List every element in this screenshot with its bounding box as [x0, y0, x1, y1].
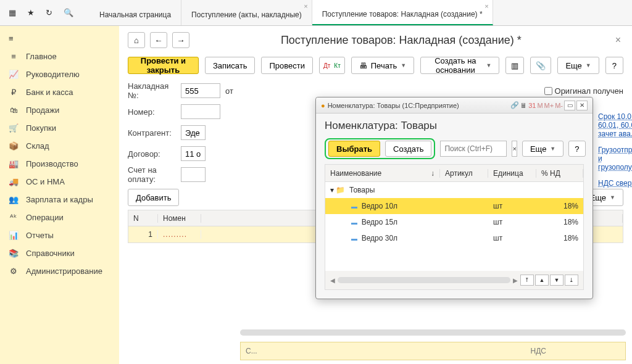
expand-icon[interactable]: ▾ — [330, 186, 334, 194]
post-button[interactable]: Провести — [261, 57, 313, 74]
search-icon[interactable]: 🔍 — [64, 8, 73, 17]
sidebar-item-reports[interactable]: 📊Отчеты — [0, 226, 119, 244]
sidebar-item-production[interactable]: 🏭Производство — [0, 155, 119, 173]
history-icon[interactable]: ↻ — [46, 8, 52, 17]
contractor-field[interactable] — [181, 125, 206, 140]
col-name[interactable]: Наименование↓ — [325, 169, 440, 178]
close-icon[interactable]: × — [304, 2, 307, 10]
help-button[interactable]: ? — [605, 57, 623, 74]
close-icon[interactable]: × — [613, 35, 623, 46]
cell-name: Ведро 30л — [362, 234, 397, 242]
original-received-checkbox[interactable]: Оригинал получен — [544, 86, 623, 96]
forward-button[interactable]: → — [172, 32, 189, 48]
add-button[interactable]: Добавить — [128, 189, 179, 206]
item-icon: ▬ — [351, 219, 357, 226]
window-title: Номенклатура: Товары (1С:Предприятие) — [328, 102, 459, 109]
col-n[interactable]: N — [128, 214, 158, 223]
more-button[interactable]: Еще▼ — [557, 57, 599, 74]
account-field[interactable] — [181, 167, 206, 182]
sidebar-item-bank[interactable]: ₽Банк и касса — [0, 83, 119, 101]
attach-button[interactable]: 📎 — [530, 57, 551, 74]
search-input[interactable] — [440, 141, 507, 157]
tab-home[interactable]: Начальная страница — [89, 0, 181, 25]
memory-mminus[interactable]: M- — [555, 102, 563, 109]
dialog-help-button[interactable]: ? — [568, 141, 585, 157]
sidebar-item-admin[interactable]: ⚙Администрирование — [0, 262, 119, 280]
col-vat[interactable]: % НД — [536, 169, 583, 178]
gear-icon: ⚙ — [9, 267, 19, 276]
folder-label: Товары — [349, 186, 375, 194]
sidebar-item-purchases[interactable]: 🛒Покупки — [0, 119, 119, 137]
folder-row[interactable]: ▾ 📁 Товары — [325, 182, 583, 198]
tab-label: Поступление товаров: Накладная (создание… — [322, 10, 483, 19]
highlight-frame: Выбрать Создать — [325, 138, 435, 159]
minimize-button[interactable]: ▭ — [564, 101, 575, 110]
term-link[interactable]: Срок 10.01.2017, 60.01, 60.02, зачет ава… — [598, 112, 632, 138]
close-button[interactable]: ✕ — [576, 101, 588, 110]
chart-icon: 📈 — [9, 70, 19, 79]
home-button[interactable]: ⌂ — [128, 32, 145, 48]
sidebar-item-warehouse[interactable]: 📦Склад — [0, 137, 119, 155]
nav-down-button[interactable]: ▼ — [550, 275, 563, 286]
memory-m[interactable]: M — [537, 102, 543, 109]
create-button[interactable]: Создать — [385, 141, 431, 157]
page-title: Поступление товаров: Накладная (создание… — [194, 34, 608, 47]
chevron-down-icon: ▼ — [586, 62, 591, 68]
invoice-number-field[interactable] — [181, 83, 220, 98]
nav-last-button[interactable]: ⤓ — [565, 275, 578, 286]
col-nomen[interactable]: Номен — [158, 214, 201, 223]
btn-label: Еще — [565, 61, 581, 70]
print-button[interactable]: 🖶Печать▼ — [351, 57, 415, 74]
cell-name: Ведро 10л — [362, 202, 397, 210]
sidebar-item-operations[interactable]: ᴬᵏОперации — [0, 209, 119, 226]
horizontal-scrollbar[interactable] — [338, 277, 510, 283]
write-button[interactable]: Записать — [205, 57, 256, 74]
nav-first-button[interactable]: ⤒ — [520, 275, 534, 286]
calendar-icon[interactable]: 31 — [528, 102, 536, 109]
item-row[interactable]: ▬ Ведро 15л шт 18% — [325, 214, 583, 230]
menu-toggle-icon[interactable]: ≡ — [0, 30, 119, 48]
sidebar-item-payroll[interactable]: 👥Зарплата и кадры — [0, 191, 119, 209]
col-article[interactable]: Артикул — [440, 169, 488, 178]
report-button[interactable]: ▥ — [505, 57, 524, 74]
sidebar-item-main[interactable]: ≡Главное — [0, 48, 119, 65]
vat-link[interactable]: НДС сверху — [598, 179, 632, 188]
number-field[interactable] — [181, 104, 220, 119]
col-unit[interactable]: Единица — [488, 169, 536, 178]
calc-icon[interactable]: 🖩 — [520, 102, 527, 109]
star-icon[interactable]: ★ — [27, 8, 35, 17]
sidebar-item-manager[interactable]: 📈Руководителю — [0, 65, 119, 83]
sidebar-item-label: Руководителю — [26, 70, 80, 79]
dt-kt-button[interactable]: ДтКт — [319, 57, 345, 74]
horizontal-scrollbar[interactable] — [240, 328, 626, 337]
dialog-more-button[interactable]: Еще▼ — [522, 141, 563, 157]
link-icon[interactable]: 🔗 — [510, 101, 519, 109]
sidebar-item-catalogs[interactable]: 📚Справочники — [0, 244, 119, 262]
sidebar-item-sales[interactable]: 🛍Продажи — [0, 101, 119, 119]
apps-icon[interactable]: ▦ — [9, 8, 16, 17]
account-label: Счет на оплату: — [128, 165, 181, 184]
chevron-down-icon: ▼ — [550, 146, 555, 152]
shipper-link[interactable]: Грузоотправитель и грузополучатель — [598, 146, 632, 172]
back-button[interactable]: ← — [150, 32, 167, 48]
cell-vat: 18% — [536, 202, 583, 210]
printer-icon: 🖶 — [359, 61, 367, 70]
close-icon[interactable]: × — [484, 2, 488, 10]
nav-up-button[interactable]: ▲ — [535, 275, 549, 286]
tab-receipts[interactable]: Поступление (акты, накладные)× — [181, 0, 312, 25]
clear-search-button[interactable]: × — [512, 141, 517, 157]
scroll-right-icon[interactable]: ▶ — [513, 277, 518, 284]
memory-mplus[interactable]: M+ — [544, 102, 554, 109]
sidebar-item-assets[interactable]: 🚚ОС и НМА — [0, 173, 119, 191]
post-and-close-button[interactable]: Провести и закрыть — [128, 57, 199, 74]
footer-vat: НДС — [531, 347, 546, 355]
item-row[interactable]: ▬ Ведро 30л шт 18% — [325, 230, 583, 246]
sidebar-item-label: Покупки — [26, 123, 56, 133]
select-button[interactable]: Выбрать — [328, 141, 380, 157]
contract-field[interactable] — [181, 146, 206, 161]
item-row[interactable]: ▬ Ведро 10л шт 18% — [325, 198, 583, 214]
create-based-button[interactable]: Создать на основании▼ — [420, 57, 499, 74]
sidebar-item-label: Справочники — [26, 249, 75, 258]
scroll-left-icon[interactable]: ◀ — [330, 277, 335, 284]
tab-invoice-create[interactable]: Поступление товаров: Накладная (создание… — [312, 0, 493, 25]
